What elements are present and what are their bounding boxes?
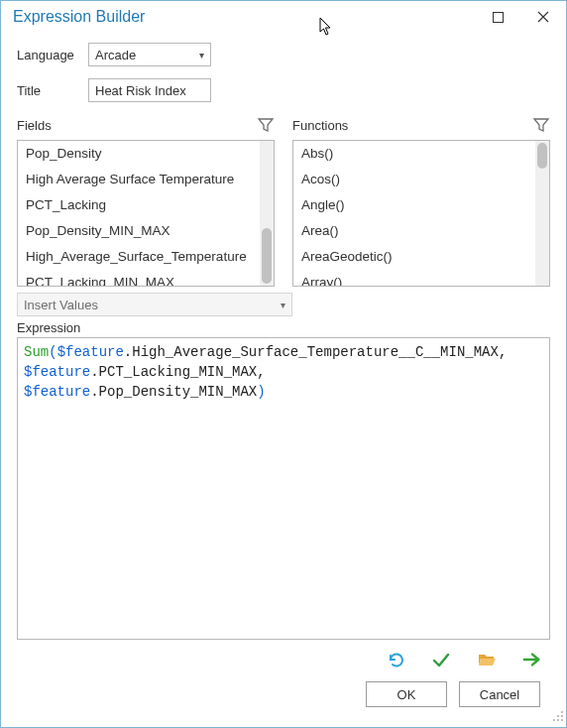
expr-token: .Pop_Density_MIN_MAX (90, 384, 257, 400)
validate-button[interactable] (431, 650, 451, 669)
filter-icon[interactable] (532, 116, 550, 134)
title-row: Title Heat Risk Index (17, 78, 550, 102)
ok-label: OK (397, 687, 416, 702)
cancel-button[interactable]: Cancel (459, 681, 540, 707)
list-item[interactable]: High_Average_Surface_Temperature (18, 244, 260, 270)
insert-values-label: Insert Values (24, 298, 98, 312)
fields-header: Fields (17, 114, 275, 136)
svg-point-1 (561, 711, 563, 713)
title-label: Title (17, 83, 78, 98)
list-item[interactable]: High Average Surface Temperature (18, 167, 260, 192)
list-item[interactable]: AreaGeodetic() (293, 244, 535, 270)
language-row: Language Arcade ▾ (17, 43, 550, 66)
export-button[interactable] (522, 650, 542, 669)
scrollbar-thumb[interactable] (537, 143, 547, 169)
list-item[interactable]: Pop_Density_MIN_MAX (18, 218, 260, 244)
expr-token: .PCT_Lacking_MIN_MAX (90, 364, 257, 380)
expression-builder-window: Expression Builder Language Arcade ▾ Tit… (0, 0, 567, 728)
chevron-down-icon: ▾ (281, 300, 285, 310)
title-input[interactable]: Heat Risk Index (88, 78, 211, 102)
ok-button[interactable]: OK (366, 681, 447, 707)
expr-token: ) (257, 384, 265, 400)
expr-token: , (499, 344, 507, 360)
functions-label: Functions (292, 118, 348, 133)
insert-values-select[interactable]: Insert Values ▾ (17, 293, 292, 316)
fields-label: Fields (17, 118, 52, 133)
list-item[interactable]: Area() (293, 218, 535, 244)
expr-token: ( (49, 344, 57, 360)
expr-token: $feature (57, 344, 124, 360)
expr-token: Sum (24, 344, 49, 360)
svg-point-6 (561, 719, 563, 721)
expr-token: , (257, 364, 265, 380)
scrollbar-track[interactable] (535, 141, 549, 286)
resize-grip-icon[interactable] (552, 710, 564, 725)
list-item[interactable]: Angle() (293, 192, 535, 218)
dialog-body: Language Arcade ▾ Title Heat Risk Index … (1, 33, 566, 727)
scrollbar-track[interactable] (260, 141, 274, 286)
filter-icon[interactable] (257, 116, 275, 134)
close-button[interactable] (520, 1, 566, 33)
list-item[interactable]: Pop_Density (18, 141, 260, 167)
maximize-button[interactable] (475, 1, 520, 33)
list-item[interactable]: PCT_Lacking (18, 192, 260, 218)
expression-label: Expression (17, 320, 550, 335)
cancel-label: Cancel (480, 687, 519, 702)
svg-rect-0 (493, 12, 503, 22)
language-label: Language (17, 48, 78, 62)
functions-header: Functions (292, 114, 550, 136)
list-item[interactable]: Abs() (293, 141, 535, 167)
open-button[interactable] (477, 650, 497, 669)
functions-listbox[interactable]: Abs()Acos()Angle()Area()AreaGeodetic()Ar… (292, 140, 550, 287)
lists-container: Fields Pop_DensityHigh Average Surface T… (17, 114, 550, 287)
functions-column: Functions Abs()Acos()Angle()Area()AreaGe… (292, 114, 550, 287)
fields-listbox[interactable]: Pop_DensityHigh Average Surface Temperat… (17, 140, 275, 287)
window-title: Expression Builder (13, 8, 145, 26)
fields-column: Fields Pop_DensityHigh Average Surface T… (17, 114, 275, 287)
scrollbar-thumb[interactable] (262, 228, 272, 284)
expr-token: $feature (24, 384, 90, 400)
svg-point-5 (557, 719, 559, 721)
svg-point-3 (561, 715, 563, 717)
title-value: Heat Risk Index (95, 83, 186, 98)
expr-token: $feature (24, 364, 90, 380)
svg-point-4 (553, 719, 555, 721)
expression-editor[interactable]: Sum($feature.High_Average_Surface_Temper… (17, 337, 550, 640)
svg-point-2 (557, 715, 559, 717)
chevron-down-icon: ▾ (199, 50, 204, 61)
list-item[interactable]: PCT_Lacking_MIN_MAX (18, 270, 260, 286)
insert-values-row: Insert Values ▾ (17, 293, 550, 316)
list-item[interactable]: Acos() (293, 167, 535, 192)
list-item[interactable]: Array() (293, 270, 535, 286)
expression-toolbar (17, 640, 550, 675)
language-select[interactable]: Arcade ▾ (88, 43, 211, 66)
language-value: Arcade (95, 48, 136, 62)
titlebar: Expression Builder (1, 1, 566, 33)
undo-button[interactable] (386, 650, 405, 669)
expr-token: .High_Average_Surface_Temperature__C__MI… (124, 344, 499, 360)
dialog-buttons: OK Cancel (17, 675, 550, 719)
